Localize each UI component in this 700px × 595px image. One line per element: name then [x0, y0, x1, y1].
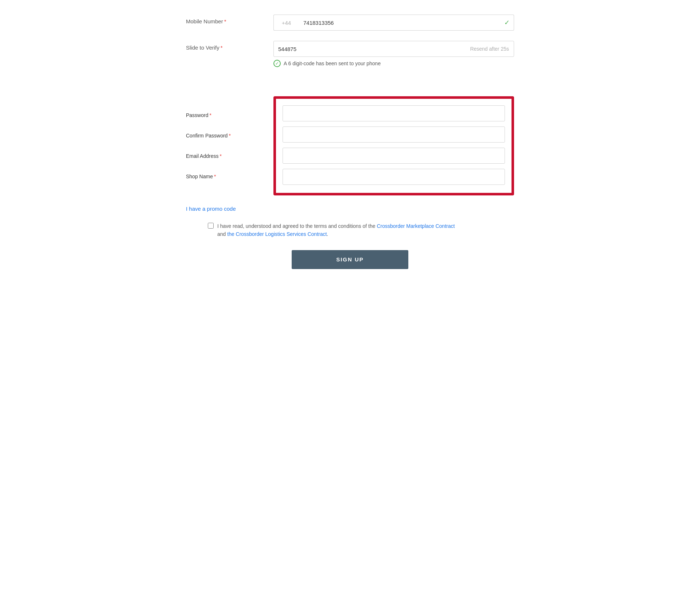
email-required: * [219, 153, 221, 159]
terms-checkbox[interactable] [208, 223, 214, 229]
confirm-password-input[interactable] [283, 127, 505, 143]
field-labels-column: Password* Confirm Password* Email Addres… [186, 96, 273, 195]
confirm-password-label: Confirm Password [186, 133, 228, 139]
promo-code-link[interactable]: I have a promo code [186, 206, 514, 212]
mobile-number-row: Mobile Number* +44 ✓ [186, 15, 514, 31]
resend-text: Resend after 25s [470, 46, 509, 52]
shop-name-label: Shop Name [186, 174, 213, 179]
signup-btn-wrapper: SIGN UP [186, 250, 514, 269]
terms-row: I have read, understood and agreed to th… [186, 222, 514, 238]
verify-input-wrapper: Resend after 25s ✓ A 6 digit-code has be… [273, 41, 514, 67]
terms-text-before: I have read, understood and agreed to th… [217, 223, 376, 229]
highlighted-fields-row [186, 77, 514, 86]
highlighted-section: Password* Confirm Password* Email Addres… [186, 96, 514, 195]
verify-code-wrapper: Resend after 25s [273, 41, 514, 57]
terms-text: I have read, understood and agreed to th… [217, 222, 455, 238]
mobile-input-group: +44 ✓ [273, 15, 514, 31]
required-star: * [224, 18, 226, 24]
email-label: Email Address [186, 153, 218, 159]
slide-to-verify-row: Slide to Verify* Resend after 25s ✓ A 6 … [186, 41, 514, 67]
password-label-wrapper: Password* [186, 105, 273, 125]
shop-name-input[interactable] [283, 169, 505, 185]
terms-text-and: and [217, 231, 226, 237]
confirm-password-label-wrapper: Confirm Password* [186, 125, 273, 146]
red-highlight-box [273, 96, 514, 195]
check-circle-icon: ✓ [273, 60, 281, 67]
mobile-input-wrapper: +44 ✓ [273, 15, 514, 31]
verification-message: ✓ A 6 digit-code has been sent to your p… [273, 60, 514, 67]
shop-name-required: * [214, 174, 216, 179]
slide-to-verify-label: Slide to Verify* [186, 41, 273, 51]
highlight-labels [186, 77, 273, 86]
promo-code-wrapper: I have a promo code [186, 206, 514, 212]
email-input[interactable] [283, 148, 505, 164]
password-required: * [209, 112, 211, 118]
terms-link-logistics[interactable]: the Crossborder Logistics Services Contr… [227, 231, 327, 237]
email-label-wrapper: Email Address* [186, 146, 273, 166]
check-icon: ✓ [504, 19, 510, 27]
password-input[interactable] [283, 105, 505, 121]
mobile-number-label: Mobile Number* [186, 15, 273, 24]
required-star-verify: * [221, 44, 223, 51]
country-code-box: +44 [273, 15, 299, 31]
confirm-password-required: * [229, 133, 230, 139]
password-label: Password [186, 112, 208, 118]
mobile-number-input[interactable] [299, 15, 514, 31]
registration-form: Mobile Number* +44 ✓ Slide to Verify* Re… [186, 15, 514, 276]
shop-name-label-wrapper: Shop Name* [186, 166, 273, 187]
signup-button[interactable]: SIGN UP [292, 250, 408, 269]
terms-link-marketplace[interactable]: Crossborder Marketplace Contract [377, 223, 455, 229]
